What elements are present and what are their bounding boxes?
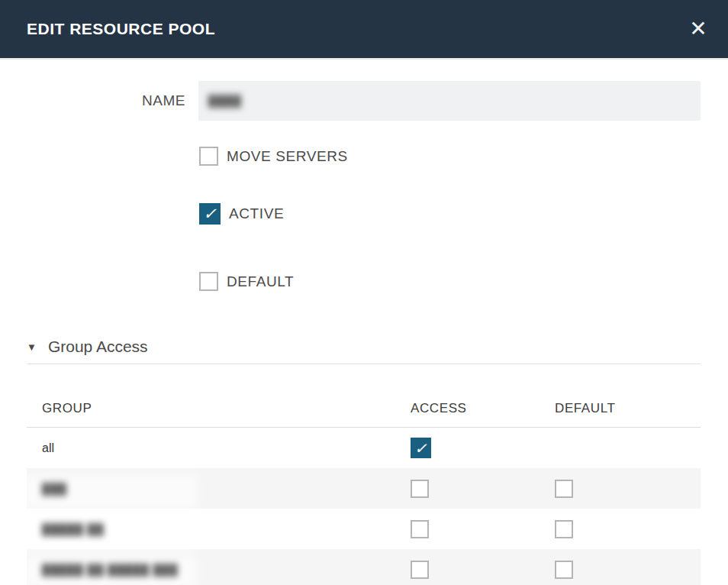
- name-value-redacted: ████: [208, 95, 242, 107]
- column-header-access: ACCESS: [411, 401, 555, 416]
- access-cell: [411, 480, 555, 498]
- default-cell: [555, 561, 701, 579]
- table-row-all: all ✓: [27, 428, 701, 468]
- active-label: ACTIVE: [229, 205, 284, 222]
- active-checkbox-row[interactable]: ✓ ACTIVE: [199, 203, 728, 225]
- default-checkbox[interactable]: [199, 272, 218, 291]
- table-row: ███: [27, 468, 701, 509]
- default-cell: [555, 520, 701, 538]
- access-checkbox[interactable]: ✓: [411, 438, 431, 458]
- name-input[interactable]: ████: [198, 81, 701, 121]
- group-access-header[interactable]: ▼ Group Access: [27, 338, 701, 356]
- move-servers-checkbox-row[interactable]: MOVE SERVERS: [199, 147, 728, 166]
- dialog-header: EDIT RESOURCE POOL ✕: [0, 0, 728, 58]
- access-cell: [411, 520, 555, 538]
- default-checkbox[interactable]: [555, 561, 573, 579]
- access-checkbox[interactable]: [411, 480, 429, 498]
- group-name-redacted: █████ ██ █████ ███: [42, 564, 178, 576]
- group-name-redacted: ███: [42, 483, 67, 495]
- default-label: DEFAULT: [227, 273, 294, 290]
- default-checkbox[interactable]: [555, 480, 573, 498]
- group-name-cell: ███: [27, 482, 411, 496]
- group-name-redacted: █████ ██: [42, 523, 104, 535]
- group-access-section: ▼ Group Access GROUP ACCESS DEFAULT all …: [27, 338, 701, 585]
- table-row: █████ ██: [27, 509, 701, 549]
- collapse-triangle-icon[interactable]: ▼: [27, 341, 37, 353]
- active-checkbox[interactable]: ✓: [199, 203, 221, 225]
- access-cell: ✓: [411, 438, 555, 458]
- move-servers-label: MOVE SERVERS: [227, 148, 348, 165]
- name-label: NAME: [0, 92, 185, 109]
- dialog-title: EDIT RESOURCE POOL: [27, 20, 215, 38]
- group-name-cell: all: [27, 441, 411, 455]
- column-header-group: GROUP: [27, 401, 411, 416]
- access-cell: [411, 561, 555, 579]
- default-checkbox-row[interactable]: DEFAULT: [199, 272, 728, 291]
- check-icon: ✓: [414, 439, 427, 457]
- edit-resource-pool-dialog: EDIT RESOURCE POOL ✕ NAME ████ MOVE SERV…: [0, 0, 728, 585]
- table-header-row: GROUP ACCESS DEFAULT: [27, 364, 701, 427]
- name-field-row: NAME ████: [0, 81, 728, 121]
- access-checkbox[interactable]: [411, 520, 429, 538]
- default-cell: [555, 480, 701, 498]
- move-servers-checkbox[interactable]: [199, 147, 218, 166]
- table-row: █████ ██ █████ ███: [27, 549, 701, 585]
- group-name-cell: █████ ██: [27, 522, 411, 536]
- group-access-title: Group Access: [48, 338, 148, 356]
- close-icon[interactable]: ✕: [684, 15, 713, 44]
- column-header-default: DEFAULT: [555, 401, 701, 416]
- group-name-cell: █████ ██ █████ ███: [27, 563, 411, 577]
- header-shadow-strip: [0, 58, 728, 60]
- access-checkbox[interactable]: [411, 561, 429, 579]
- default-checkbox[interactable]: [555, 520, 573, 538]
- group-name: all: [42, 441, 54, 454]
- check-icon: ✓: [203, 205, 217, 223]
